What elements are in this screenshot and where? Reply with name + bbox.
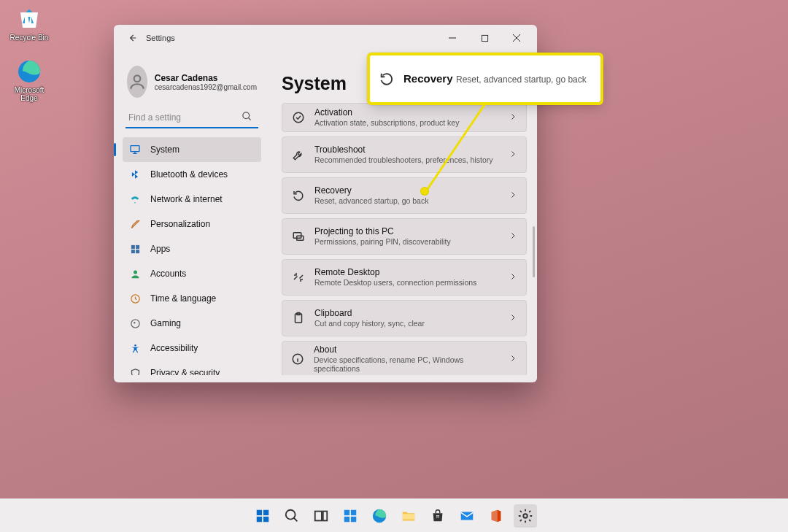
card-subtitle: Device specifications, rename PC, Window…: [314, 355, 501, 373]
card-title: Troubleshoot: [314, 145, 493, 155]
taskbar-office[interactable]: [484, 504, 508, 528]
edge-icon: [16, 58, 42, 85]
card-title: Projecting to this PC: [314, 227, 451, 237]
window-title: Settings: [146, 34, 436, 42]
card-title: Clipboard: [314, 309, 425, 319]
chevron-right-icon: [509, 148, 517, 161]
svg-rect-22: [257, 516, 262, 521]
svg-point-2: [134, 75, 141, 82]
taskbar-edge[interactable]: [368, 504, 391, 528]
svg-point-3: [243, 112, 250, 119]
sidebar-item-label: Network & internet: [150, 194, 223, 204]
window-titlebar: Settings: [114, 25, 537, 51]
card-subtitle: Cut and copy history, sync, clear: [314, 319, 425, 328]
search-icon: [242, 111, 252, 122]
taskview-icon: [313, 508, 329, 524]
check-circle-icon: [291, 110, 306, 125]
sidebar-item-personalization[interactable]: Personalization: [123, 212, 261, 236]
taskbar-widgets[interactable]: [339, 504, 362, 528]
sidebar-item-label: Apps: [150, 244, 170, 254]
taskbar-settings[interactable]: [514, 504, 537, 528]
sidebar-item-network[interactable]: Network & internet: [123, 187, 261, 212]
svg-point-9: [134, 270, 137, 274]
callout-dot: [420, 187, 429, 196]
project-icon: [291, 229, 306, 244]
back-button[interactable]: [124, 30, 140, 46]
card-title: Recovery: [314, 186, 428, 196]
search-input[interactable]: [125, 108, 258, 128]
desktop-icon-recycle-bin[interactable]: Recycle Bin: [7, 6, 51, 42]
svg-rect-8: [136, 250, 139, 253]
sidebar-item-privacy[interactable]: Privacy & security: [123, 361, 261, 375]
card-remote-desktop[interactable]: Remote DesktopRemote Desktop users, conn…: [282, 259, 527, 296]
svg-rect-5: [131, 244, 134, 248]
card-clipboard[interactable]: ClipboardCut and copy history, sync, cle…: [282, 300, 527, 336]
monitor-icon: [128, 143, 142, 156]
sidebar-item-time[interactable]: Time & language: [123, 286, 261, 311]
card-subtitle: Remote Desktop users, connection permiss…: [314, 278, 476, 287]
sidebar-item-accessibility[interactable]: Accessibility: [123, 336, 261, 361]
chevron-right-icon: [509, 230, 517, 243]
card-projecting[interactable]: Projecting to this PCPermissions, pairin…: [282, 218, 527, 255]
gear-icon: [517, 508, 533, 524]
card-title: Activation: [314, 108, 459, 118]
sidebar-item-label: Accounts: [150, 269, 186, 279]
maximize-button[interactable]: [468, 27, 501, 49]
info-icon: [291, 352, 305, 366]
callout-recovery: Recovery Reset, advanced startup, go bac…: [370, 55, 600, 102]
taskbar-search[interactable]: [280, 504, 304, 528]
card-subtitle: Recommended troubleshooters, preferences…: [314, 155, 493, 164]
recovery-icon: [379, 71, 395, 87]
desktop-icon-label: Microsoft Edge: [7, 86, 51, 102]
svg-point-24: [286, 509, 296, 519]
brush-icon: [128, 217, 142, 231]
sidebar-item-bluetooth[interactable]: Bluetooth & devices: [123, 162, 261, 187]
sidebar-item-accounts[interactable]: Accounts: [123, 261, 261, 286]
back-icon: [127, 33, 137, 43]
widgets-icon: [342, 508, 358, 524]
callout-subtitle: Reset, advanced startup, go back: [456, 74, 587, 85]
taskbar-store[interactable]: [426, 504, 449, 528]
close-button[interactable]: [501, 27, 533, 49]
svg-rect-20: [257, 509, 262, 514]
taskbar-taskview[interactable]: [309, 504, 333, 528]
svg-rect-25: [315, 511, 322, 520]
sidebar-item-system[interactable]: System: [123, 137, 261, 162]
avatar: [127, 66, 147, 98]
edge-icon: [371, 508, 387, 524]
sidebar-item-apps[interactable]: Apps: [123, 236, 261, 261]
office-icon: [488, 508, 504, 524]
card-recovery[interactable]: RecoveryReset, advanced startup, go back: [282, 177, 527, 214]
card-troubleshoot[interactable]: TroubleshootRecommended troubleshooters,…: [282, 136, 527, 173]
taskbar-start[interactable]: [251, 504, 274, 528]
svg-rect-27: [344, 509, 349, 514]
minimize-button[interactable]: [436, 27, 468, 49]
sidebar-item-gaming[interactable]: Gaming: [123, 311, 261, 336]
scrollbar[interactable]: [533, 226, 535, 277]
desktop-icon-label: Recycle Bin: [7, 34, 51, 42]
card-activation[interactable]: ActivationActivation state, subscription…: [282, 103, 527, 132]
chevron-right-icon: [509, 111, 517, 124]
card-subtitle: Permissions, pairing PIN, discoverabilit…: [314, 237, 451, 246]
windows-icon: [255, 508, 271, 524]
sidebar-item-label: Privacy & security: [150, 368, 220, 375]
taskbar-explorer[interactable]: [397, 504, 420, 528]
search-row: [123, 108, 261, 133]
taskbar-mail[interactable]: [455, 504, 479, 528]
mail-icon: [459, 508, 475, 524]
user-name: Cesar Cadenas: [155, 73, 257, 83]
svg-rect-30: [351, 516, 356, 521]
svg-rect-23: [263, 516, 269, 521]
sidebar-item-label: Time & language: [150, 293, 216, 304]
person-icon: [128, 72, 147, 91]
user-email: cesarcadenas1992@gmail.com: [155, 83, 257, 91]
desktop-icon-edge[interactable]: Microsoft Edge: [7, 58, 51, 102]
remote-icon: [291, 270, 306, 285]
svg-point-12: [134, 344, 136, 346]
user-account-row[interactable]: Cesar Cadenas cesarcadenas1992@gmail.com: [123, 63, 261, 108]
store-icon: [430, 508, 446, 524]
card-title: Remote Desktop: [314, 268, 476, 278]
chevron-right-icon: [509, 189, 517, 202]
folder-icon: [401, 508, 417, 524]
card-about[interactable]: AboutDevice specifications, rename PC, W…: [282, 341, 527, 375]
